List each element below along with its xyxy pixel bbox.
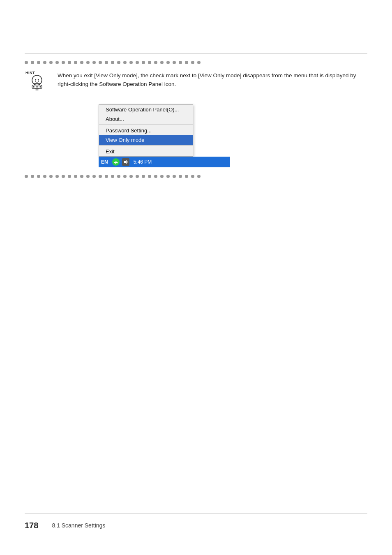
hint-section: HINT When (25, 61, 367, 178)
dot (55, 175, 59, 178)
svg-point-13 (115, 163, 116, 164)
hint-text: When you exit [View Only mode], the chec… (58, 70, 367, 89)
dot (160, 175, 164, 178)
dot (25, 61, 28, 64)
dot (191, 61, 194, 64)
context-menu-container: Software Operation Panel(O)... About... … (99, 104, 230, 167)
dot (166, 61, 170, 64)
dot (111, 61, 114, 64)
top-rule (25, 53, 367, 54)
page-number: 178 (25, 521, 38, 530)
dot (142, 61, 145, 64)
svg-point-4 (35, 79, 36, 80)
dot (173, 61, 176, 64)
svg-point-5 (38, 79, 39, 80)
dot (148, 61, 151, 64)
taskbar-language: EN (101, 159, 108, 165)
dot (154, 175, 157, 178)
dot (117, 175, 120, 178)
dot (105, 175, 108, 178)
dot (197, 61, 201, 64)
menu-item-exit[interactable]: Exit (99, 147, 193, 156)
dot (129, 175, 133, 178)
dot (37, 61, 40, 64)
dot (92, 61, 96, 64)
dot (49, 175, 53, 178)
dot (105, 61, 108, 64)
dot (117, 61, 120, 64)
dot (111, 175, 114, 178)
dot (31, 61, 34, 64)
dot (86, 61, 90, 64)
taskbar-volume-icon (122, 158, 129, 166)
dot (99, 61, 102, 64)
dot (86, 175, 90, 178)
dot (123, 175, 127, 178)
page-chapter: 8.1 Scanner Settings (52, 522, 105, 529)
dots-row-top (25, 61, 367, 64)
dot (37, 175, 40, 178)
dot (136, 61, 139, 64)
dot (142, 175, 145, 178)
dot (154, 61, 157, 64)
bottom-rule (25, 513, 367, 514)
taskbar-time: 5:46 PM (134, 159, 152, 165)
menu-separator-2 (99, 146, 193, 146)
dot (136, 175, 139, 178)
dot (92, 175, 96, 178)
dot (166, 175, 170, 178)
taskbar-strip: EN 5:46 PM (99, 157, 230, 167)
taskbar-network-icon (112, 158, 120, 166)
dot (123, 61, 127, 64)
dot (129, 61, 133, 64)
hint-content: HINT When (25, 70, 367, 96)
dot (68, 175, 71, 178)
dot (185, 61, 188, 64)
dot (25, 175, 28, 178)
dot (31, 175, 34, 178)
menu-item-password-setting[interactable]: Password Setting... (99, 126, 193, 135)
svg-marker-14 (124, 160, 127, 164)
dot (80, 61, 83, 64)
lightbulb-icon (28, 73, 46, 91)
context-menu: Software Operation Panel(O)... About... … (99, 104, 193, 157)
dot (197, 175, 201, 178)
dot (62, 175, 65, 178)
footer-divider (45, 520, 45, 530)
dot (68, 61, 71, 64)
dot (80, 175, 83, 178)
dot (148, 175, 151, 178)
dot (74, 61, 77, 64)
dots-row-bottom (25, 175, 367, 178)
dot (185, 175, 188, 178)
dot (74, 175, 77, 178)
hint-icon: HINT (25, 70, 51, 96)
menu-item-software-panel[interactable]: Software Operation Panel(O)... (99, 105, 193, 114)
dot (160, 61, 164, 64)
dot (43, 61, 46, 64)
dot (99, 175, 102, 178)
dot (55, 61, 59, 64)
menu-separator-1 (99, 125, 193, 125)
dot (62, 61, 65, 64)
page-footer: 178 8.1 Scanner Settings (25, 520, 105, 530)
dot (191, 175, 194, 178)
menu-item-view-only-mode[interactable]: View Only mode (99, 135, 193, 145)
dot (179, 61, 182, 64)
menu-item-about[interactable]: About... (99, 114, 193, 124)
dot (173, 175, 176, 178)
dot (43, 175, 46, 178)
dot (179, 175, 182, 178)
dot (49, 61, 53, 64)
